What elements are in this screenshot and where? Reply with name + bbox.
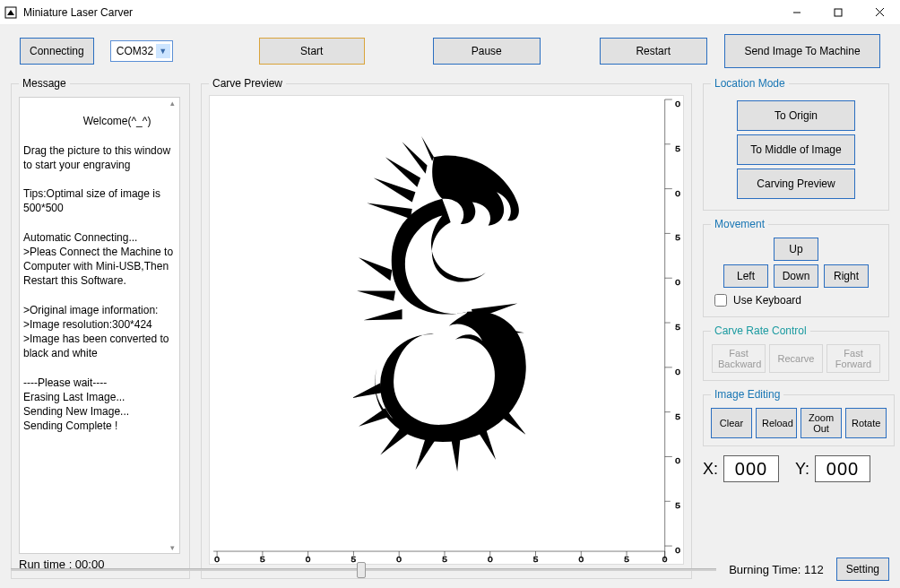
move-right-button[interactable]: Right (824, 264, 869, 288)
to-origin-button[interactable]: To Origin (737, 100, 855, 131)
y-value: 000 (815, 455, 870, 482)
message-legend: Message (19, 77, 70, 90)
burning-time-label: Burning Time: 112 (729, 563, 824, 576)
fast-forward-button: Fast Forward (826, 344, 880, 373)
app-icon (4, 5, 18, 20)
slider-thumb[interactable] (357, 562, 366, 578)
setting-button[interactable]: Setting (836, 558, 889, 581)
svg-text:0: 0 (675, 188, 680, 198)
message-group: Message Welcome(^_^) Drag the picture to… (11, 77, 190, 579)
fast-backward-button: Fast Backward (712, 344, 766, 373)
svg-rect-2 (835, 9, 842, 16)
movement-legend: Movement (711, 218, 768, 230)
preview-canvas[interactable]: 0 5 0 5 0 5 0 5 0 5 0 (209, 95, 684, 565)
window-title: Miniature Laser Carver (23, 6, 133, 19)
x-label: X: (703, 460, 718, 479)
bottom-bar: Burning Time: 112 Setting (11, 558, 889, 581)
preview-image (308, 132, 559, 487)
com-port-select[interactable]: COM32 ▼ (110, 40, 173, 62)
svg-text:5: 5 (675, 411, 680, 421)
svg-text:0: 0 (675, 367, 680, 376)
svg-text:5: 5 (675, 143, 680, 153)
maximize-button[interactable] (818, 0, 859, 25)
move-down-button[interactable]: Down (774, 264, 818, 288)
recarve-button: Recarve (769, 344, 823, 373)
move-up-button[interactable]: Up (774, 238, 818, 261)
carve-preview-group: Carve Preview 0 5 0 5 0 (201, 77, 692, 579)
message-log: Welcome(^_^) Drag the picture to this wi… (19, 97, 180, 554)
y-label: Y: (795, 460, 809, 479)
use-keyboard-checkbox[interactable] (714, 294, 727, 307)
restart-button[interactable]: Restart (600, 38, 707, 65)
location-legend: Location Mode (711, 77, 789, 90)
use-keyboard-text: Use Keyboard (733, 294, 801, 307)
scroll-up-icon[interactable]: ▴ (165, 98, 179, 108)
movement-group: Movement Up Left Down Right Use Keyboard (703, 218, 889, 317)
titlebar: Miniature Laser Carver (0, 0, 900, 25)
x-value: 000 (723, 455, 779, 482)
svg-text:0: 0 (675, 545, 680, 555)
move-left-button[interactable]: Left (723, 264, 768, 288)
pause-button[interactable]: Pause (433, 38, 541, 65)
svg-text:5: 5 (675, 322, 680, 332)
use-keyboard-label[interactable]: Use Keyboard (711, 291, 881, 309)
com-port-value: COM32 (117, 45, 153, 57)
editing-legend: Image Editing (711, 388, 783, 401)
svg-text:5: 5 (675, 232, 680, 242)
burning-time-slider[interactable] (11, 560, 716, 578)
carving-preview-button[interactable]: Carving Preview (737, 169, 855, 199)
top-button-row: Connecting COM32 ▼ Start Pause Restart S… (9, 30, 891, 77)
chevron-down-icon: ▼ (156, 44, 170, 58)
message-text: Welcome(^_^) Drag the picture to this wi… (23, 115, 176, 432)
location-mode-group: Location Mode To Origin To Middle of Ima… (703, 77, 889, 211)
connecting-button[interactable]: Connecting (20, 38, 94, 65)
carve-rate-group: Carve Rate Control Fast Backward Recarve… (703, 324, 889, 381)
send-image-button[interactable]: Send Image To Machine (724, 34, 880, 68)
start-button[interactable]: Start (259, 38, 365, 65)
minimize-button[interactable] (776, 0, 818, 25)
coordinates-row: X: 000 Y: 000 (703, 455, 889, 482)
rotate-button[interactable]: Rotate (845, 408, 887, 438)
scrollbar[interactable]: ▴ ▾ (165, 98, 179, 553)
close-button[interactable] (859, 0, 900, 25)
rate-legend: Carve Rate Control (711, 324, 810, 337)
svg-text:5: 5 (675, 500, 680, 510)
scroll-down-icon[interactable]: ▾ (165, 542, 179, 553)
carve-preview-legend: Carve Preview (209, 77, 286, 90)
reload-button[interactable]: Reload (756, 408, 797, 438)
svg-text:0: 0 (675, 456, 680, 466)
clear-button[interactable]: Clear (711, 408, 752, 438)
svg-text:0: 0 (675, 99, 680, 108)
to-middle-button[interactable]: To Middle of Image (737, 134, 855, 165)
image-editing-group: Image Editing Clear Reload Zoom Out Rota… (703, 388, 895, 446)
svg-text:0: 0 (675, 277, 680, 287)
zoom-out-button[interactable]: Zoom Out (800, 408, 842, 438)
